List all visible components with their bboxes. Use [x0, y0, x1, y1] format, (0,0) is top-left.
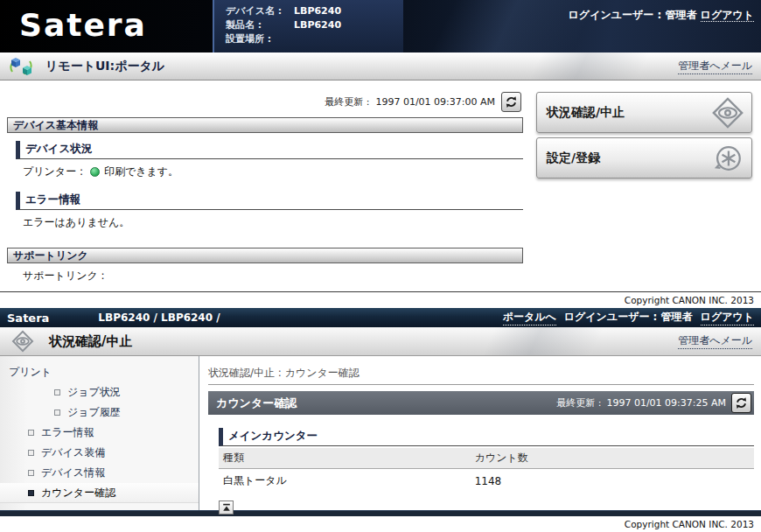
mail-to-admin-link[interactable]: 管理者へメール — [678, 59, 752, 74]
status-body: プリント ジョブ状況 ジョブ履歴 エラー情報 デバイス装備 デバイス情報 — [0, 356, 761, 510]
portal-header: Satera デバイス名 : LBP6240 製品名 : LBP6240 設置場… — [0, 0, 761, 52]
portal-title-bar: リモートUI:ポータル 管理者へメール — [0, 52, 761, 80]
counter-update-label: 最終更新 : — [556, 396, 601, 410]
error-info-header: エラー情報 — [16, 192, 523, 210]
square-bullet-icon — [54, 389, 60, 396]
sidebar-item-error-info[interactable]: エラー情報 — [0, 423, 199, 443]
login-user-label: ログインユーザー : 管理者 — [569, 9, 697, 21]
sidebar-item-label: ジョブ履歴 — [67, 405, 121, 420]
product-name-row: 製品名 : LBP6240 — [226, 18, 403, 32]
counter-refresh-button[interactable] — [731, 393, 751, 413]
last-update-label: 最終更新 : — [325, 95, 369, 108]
square-bullet-icon — [54, 410, 60, 416]
sidebar-item-label: デバイス情報 — [41, 466, 105, 480]
error-status-text: エラーはありません。 — [23, 215, 129, 230]
product-name-label: 製品名 : — [226, 18, 294, 32]
location-row: 設置場所 : — [226, 32, 403, 46]
location-label: 設置場所 : — [226, 32, 294, 46]
satera-logo: Satera — [19, 7, 147, 43]
login-user-label-2: ログインユーザー : 管理者 — [564, 310, 693, 326]
portal-page-title: リモートUI:ポータル — [45, 59, 164, 74]
device-status-header: デバイス状況 — [16, 141, 523, 159]
sidebar-item-print[interactable]: プリント — [0, 362, 199, 382]
sidebar: プリント ジョブ状況 ジョブ履歴 エラー情報 デバイス装備 デバイス情報 — [0, 356, 199, 510]
status-page-title: 状況確認/中止 — [49, 333, 132, 350]
sidebar-item-counter-check[interactable]: カウンター確認 — [0, 483, 199, 503]
main-content: 状況確認/中止 : カウンター確認 カウンター確認 最終更新 : 1997 01… — [199, 356, 761, 510]
counter-check-title: カウンター確認 — [216, 396, 297, 411]
main-counter-header: メインカウンター — [219, 428, 754, 446]
sidebar-item-label: プリント — [9, 365, 52, 380]
back-to-top-button[interactable] — [219, 500, 234, 514]
sidebar-item-job-status[interactable]: ジョブ状況 — [0, 382, 199, 402]
status-monitor-button-label: 状況確認/中止 — [547, 105, 625, 121]
sidebar-item-label: デバイス装備 — [41, 445, 105, 460]
sidebar-item-label: カウンター確認 — [41, 486, 115, 500]
device-name-label: デバイス名 : — [226, 4, 294, 18]
square-bullet-icon — [28, 470, 34, 476]
satera-brand-small: Satera — [7, 312, 49, 325]
status-nav-bar: Satera LBP6240 / LBP6240 / ポータルへ ログインユーザ… — [0, 308, 761, 327]
eye-diamond-icon — [711, 96, 744, 130]
portal-cubes-icon — [9, 57, 33, 76]
mail-to-admin-link-2[interactable]: 管理者へメール — [678, 333, 752, 349]
last-update-row: 最終更新 : 1997 01/01 09:37:00 AM — [7, 91, 523, 112]
portal-right-column: 状況確認/中止 設定/登録 — [536, 92, 752, 183]
nav-links: ポータルへ ログインユーザー : 管理者 ログアウト — [503, 310, 754, 326]
sidebar-item-label: ジョブ状況 — [67, 385, 121, 400]
refresh-button[interactable] — [501, 92, 521, 112]
counter-type-header: 種類 — [219, 448, 471, 469]
sidebar-item-device-info[interactable]: デバイス情報 — [0, 463, 199, 483]
login-status: ログインユーザー : 管理者 ログアウト — [569, 8, 754, 23]
device-name-row: デバイス名 : LBP6240 — [226, 4, 403, 18]
sidebar-item-label: エラー情報 — [41, 425, 94, 440]
breadcrumb: 状況確認/中止 : カウンター確認 — [208, 366, 754, 385]
status-monitor-button[interactable]: 状況確認/中止 — [536, 92, 752, 133]
settings-registration-button-label: 設定/登録 — [547, 150, 600, 166]
eye-diamond-icon-small — [11, 330, 34, 353]
product-name-value: LBP6240 — [294, 18, 341, 32]
square-bullet-icon — [28, 430, 34, 436]
square-bullet-icon-selected — [28, 490, 34, 496]
counter-table-row: 白黒トータル 1148 — [219, 469, 754, 494]
device-name-value: LBP6240 — [294, 4, 341, 18]
support-link-header: サポートリンク — [7, 248, 523, 263]
counter-table: 種類 カウント数 白黒トータル 1148 — [219, 448, 754, 493]
logout-link[interactable]: ログアウト — [701, 9, 754, 22]
logout-link-2[interactable]: ログアウト — [701, 310, 754, 326]
portal-left-column: 最終更新 : 1997 01/01 09:37:00 AM デバイス基本情報 デ… — [7, 91, 523, 284]
status-green-dot-icon — [90, 167, 100, 177]
last-update-value: 1997 01/01 09:37:00 AM — [375, 96, 495, 108]
to-portal-link[interactable]: ポータルへ — [503, 310, 556, 326]
device-status-block: デバイス状況 プリンター : 印刷できます。 エラー情報 エラーはありません。 — [16, 141, 523, 230]
portal-copyright: Copyright CANON INC. 2013 — [0, 291, 761, 308]
settings-registration-button[interactable]: 設定/登録 — [536, 137, 752, 178]
device-path: LBP6240 / LBP6240 / — [98, 312, 220, 324]
counter-type-cell: 白黒トータル — [219, 469, 471, 494]
sidebar-item-job-history[interactable]: ジョブ履歴 — [0, 402, 199, 423]
settings-asterisk-icon — [711, 142, 744, 175]
printer-status-text: 印刷できます。 — [104, 164, 178, 179]
device-info-panel: デバイス名 : LBP6240 製品名 : LBP6240 設置場所 : — [213, 0, 403, 52]
counter-update-row: 最終更新 : 1997 01/01 09:37:25 AM — [556, 393, 751, 413]
counter-update-value: 1997 01/01 09:37:25 AM — [606, 397, 726, 409]
sidebar-item-device-features[interactable]: デバイス装備 — [0, 443, 199, 463]
counter-table-header-row: 種類 カウント数 — [219, 448, 754, 469]
printer-label: プリンター : — [23, 164, 83, 179]
square-bullet-icon — [28, 450, 34, 456]
error-status-row: エラーはありません。 — [16, 215, 523, 230]
support-link-label: サポートリンク : — [23, 269, 105, 284]
counter-check-bar: カウンター確認 最終更新 : 1997 01/01 09:37:25 AM — [208, 391, 754, 415]
printer-status-row: プリンター : 印刷できます。 — [16, 164, 523, 179]
status-copyright: Copyright CANON INC. 2013 — [0, 516, 761, 532]
counter-count-cell: 1148 — [471, 469, 754, 494]
counter-count-header: カウント数 — [471, 448, 754, 469]
support-link-row: サポートリンク : — [7, 269, 523, 284]
device-basic-info-header: デバイス基本情報 — [7, 117, 523, 133]
remote-ui-page: Satera デバイス名 : LBP6240 製品名 : LBP6240 設置場… — [0, 0, 761, 532]
main-counter-block: メインカウンター 種類 カウント数 白黒トータル 1148 — [219, 428, 754, 514]
status-title-bar: 状況確認/中止 管理者へメール — [0, 327, 761, 356]
portal-content: 最終更新 : 1997 01/01 09:37:00 AM デバイス基本情報 デ… — [0, 80, 761, 308]
